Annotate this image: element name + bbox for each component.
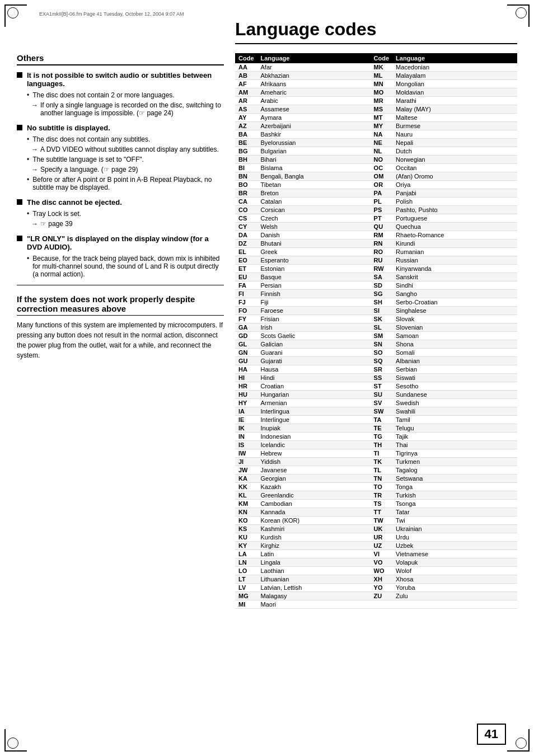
- dot-icon: •: [27, 91, 29, 99]
- code-cell: JW: [235, 466, 257, 475]
- code-cell: AA: [235, 63, 257, 72]
- lang-cell: Arabic: [257, 97, 371, 105]
- lang-cell: Assamese: [257, 105, 371, 114]
- table-row: ABAbkhazianMLMalayalam: [235, 72, 517, 80]
- lang-cell: Georgian: [257, 475, 371, 483]
- code-cell: LV: [235, 584, 257, 592]
- code-cell: KO: [235, 516, 257, 525]
- code-cell: SS: [371, 374, 393, 382]
- th-code-1: Code: [235, 53, 257, 63]
- lang-cell: Lingala: [257, 558, 371, 567]
- lang-cell: Indonesian: [257, 433, 371, 441]
- lang-cell: Turkish: [392, 491, 517, 500]
- code-cell: ST: [371, 382, 393, 391]
- table-row: ASAssameseMSMalay (MAY): [235, 105, 517, 114]
- code-cell: SI: [371, 307, 393, 315]
- table-row: COCorsicanPSPashto, Pushto: [235, 206, 517, 214]
- lang-cell: Sesotho: [392, 382, 517, 391]
- lang-cell: Rumanian: [392, 248, 517, 256]
- code-cell: YO: [371, 584, 393, 592]
- lang-cell: Portuguese: [392, 214, 517, 223]
- lang-cell: Malagasy: [257, 592, 371, 600]
- arrow-text: If only a single language is recorded on…: [40, 101, 224, 117]
- bullet-icon-lr: [17, 236, 22, 241]
- lang-cell: Danish: [257, 231, 371, 240]
- dot-icon: •: [27, 255, 29, 262]
- code-cell: AS: [235, 105, 257, 114]
- code-cell: TR: [371, 491, 393, 500]
- main-layout: Others It is not possible to switch audi…: [17, 53, 517, 609]
- page-title: Language codes: [235, 19, 517, 44]
- code-cell: KN: [235, 508, 257, 516]
- th-lang-1: Language: [257, 53, 371, 63]
- code-cell: JI: [235, 458, 257, 466]
- lang-cell: Ameharic: [257, 88, 371, 97]
- code-cell: ML: [371, 72, 393, 80]
- sub-bullet-text-subtitle-3: Before or after A point or B point in A-…: [32, 176, 224, 191]
- code-cell: TI: [371, 449, 393, 458]
- code-cell: BE: [235, 139, 257, 147]
- lang-cell: Kirghiz: [257, 542, 371, 550]
- arrow-text-subtitle-2: Specify a language. (☞ page 29): [40, 166, 138, 173]
- dot-icon: •: [27, 135, 29, 143]
- lang-cell: Moldavian: [392, 88, 517, 97]
- sub-bullet-eject-1: • Tray Lock is set.: [27, 210, 224, 218]
- lang-cell: Finnish: [257, 290, 371, 298]
- lang-cell: Quechua: [392, 223, 517, 231]
- table-row: INIndonesianTGTajik: [235, 433, 517, 441]
- code-cell: MO: [371, 88, 393, 97]
- code-cell: OR: [371, 181, 393, 189]
- code-cell: KK: [235, 483, 257, 491]
- th-code-2: Code: [371, 53, 393, 63]
- code-cell: SV: [371, 399, 393, 407]
- lang-cell: Kashmiri: [257, 525, 371, 533]
- lang-cell: Bengali, Bangla: [257, 172, 371, 181]
- table-row: ARArabicMRMarathi: [235, 97, 517, 105]
- code-cell: MR: [371, 97, 393, 105]
- lang-cell: Macedonian: [392, 63, 517, 72]
- table-row: GNGuaraniSOSomali: [235, 349, 517, 357]
- lang-cell: Occitan: [392, 164, 517, 172]
- lang-cell: Nauru: [392, 130, 517, 139]
- lang-cell: Yoruba: [392, 584, 517, 592]
- lang-cell: Hungarian: [257, 391, 371, 399]
- lang-cell: Inupiak: [257, 424, 371, 433]
- lang-cell: Gujarati: [257, 357, 371, 365]
- table-row: ETEstonianRWKinyarwanda: [235, 265, 517, 273]
- code-cell: AZ: [235, 122, 257, 130]
- code-cell: KA: [235, 475, 257, 483]
- lang-cell: Kinyarwanda: [392, 265, 517, 273]
- section-divider: [17, 285, 224, 285]
- code-cell: EO: [235, 256, 257, 265]
- lang-cell: Oriya: [392, 181, 517, 189]
- code-cell: SG: [371, 290, 393, 298]
- code-cell: PL: [371, 198, 393, 206]
- lang-cell: Kirundi: [392, 240, 517, 248]
- code-cell: FI: [235, 290, 257, 298]
- lang-cell: Javanese: [257, 466, 371, 475]
- arrow-icon: →: [31, 101, 38, 109]
- dot-icon: •: [27, 210, 29, 218]
- code-cell: IA: [235, 407, 257, 416]
- dot-icon: •: [27, 156, 29, 163]
- code-cell: BI: [235, 164, 257, 172]
- lang-cell: Tatar: [392, 508, 517, 516]
- sub-bullet-lr-1: • Because, for the track being played ba…: [27, 255, 224, 278]
- lang-cell: Uzbek: [392, 542, 517, 550]
- table-row: BABashkirNANauru: [235, 130, 517, 139]
- lang-cell: Tigrinya: [392, 449, 517, 458]
- code-cell: ZU: [371, 592, 393, 600]
- sub-bullet-audio-1: • The disc does not contain 2 or more la…: [27, 91, 224, 99]
- arrow-icon: →: [31, 220, 38, 228]
- code-cell: TH: [371, 441, 393, 449]
- code-cell: SO: [371, 349, 393, 357]
- sub-bullet-subtitle-3: • Before or after A point or B point in …: [27, 176, 224, 191]
- lang-cell: Turkmen: [392, 458, 517, 466]
- lang-cell: Tamil: [392, 416, 517, 424]
- table-row: CACatalanPLPolish: [235, 198, 517, 206]
- lang-cell: Slovenian: [392, 323, 517, 332]
- code-cell: MI: [235, 600, 257, 609]
- code-cell: MN: [371, 80, 393, 88]
- table-row: FYFrisianSKSlovak: [235, 315, 517, 323]
- code-cell: IW: [235, 449, 257, 458]
